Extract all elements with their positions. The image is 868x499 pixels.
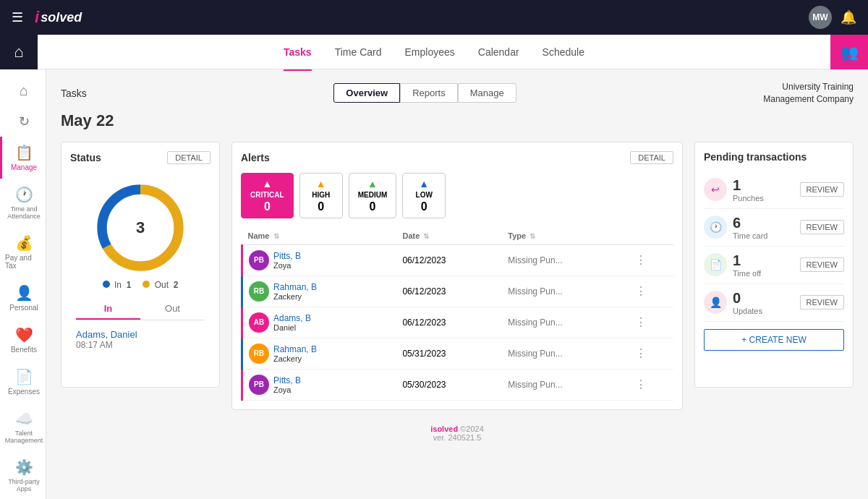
tasks-title: Tasks — [61, 88, 87, 99]
company-name: University Training Management Company — [763, 81, 854, 106]
top-bar-right: MW 🔔 — [809, 6, 856, 29]
status-detail-btn[interactable]: DETAIL — [167, 151, 210, 164]
nav-item-calendar[interactable]: Calendar — [478, 43, 519, 61]
create-new-btn[interactable]: + CREATE NEW — [704, 329, 844, 351]
row-name[interactable]: Adams, B — [273, 313, 311, 323]
tasks-header: Tasks Overview Reports Manage University… — [61, 81, 854, 106]
review-btn[interactable]: REVIEW — [800, 220, 844, 234]
pending-card: Pending transactions ↩ 1 Punches REVIEW … — [694, 142, 854, 388]
col-date: Date ⇅ — [396, 227, 502, 245]
sidebar-item-third-party-label: Third-party Apps — [5, 478, 43, 492]
nav-items: Tasks Time Card Employees Calendar Sched… — [284, 43, 584, 61]
tab-overview[interactable]: Overview — [333, 83, 400, 103]
alert-badge-medium[interactable]: ▲ MEDIUM 0 — [349, 173, 397, 218]
row-type: Missing Pun... — [502, 307, 629, 338]
hamburger-icon[interactable]: ☰ — [12, 9, 23, 25]
tab-reports[interactable]: Reports — [400, 83, 458, 103]
pay-tax-icon: 💰 — [15, 234, 33, 252]
name-cell: AB Adams, B Daniel — [242, 307, 397, 338]
footer: isolved ©2024 ver. 240521.5 — [61, 410, 854, 449]
row-subname: Zackery — [273, 354, 317, 363]
row-name[interactable]: Pitts, B — [273, 251, 301, 261]
tab-manage[interactable]: Manage — [458, 83, 516, 103]
row-subname: Zoya — [273, 261, 301, 270]
pending-item-count: 1 — [733, 252, 794, 269]
row-menu-cell: ⋮ — [629, 307, 673, 338]
table-row: PB Pitts, B Zoya 06/12/2023 Missing Pun.… — [242, 244, 674, 276]
sidebar-item-pay-tax[interactable]: 💰 Pay and Tax — [0, 227, 46, 277]
sidebar-item-time-attendance[interactable]: 🕐 Time and Attendance — [0, 179, 46, 227]
low-label: LOW — [416, 191, 433, 199]
secondary-nav-left: ⌂ — [0, 35, 38, 69]
in-tab[interactable]: In — [76, 299, 140, 320]
row-menu-icon[interactable]: ⋮ — [635, 285, 647, 297]
donut-container: 3 In 1 Out 2 In Out — [70, 173, 210, 364]
third-party-icon: ⚙️ — [15, 459, 33, 476]
sidebar-item-talent[interactable]: ☁️ Talent Management — [0, 403, 46, 451]
pending-item-label: Time card — [733, 231, 794, 240]
row-menu-icon[interactable]: ⋮ — [635, 347, 647, 359]
review-btn[interactable]: REVIEW — [800, 182, 844, 197]
pending-item: 👤 0 Updates REVIEW — [704, 284, 844, 322]
user-avatar[interactable]: MW — [809, 6, 832, 29]
sidebar-item-home[interactable]: ⌂ — [0, 75, 46, 106]
sidebar-item-talent-label: Talent Management — [5, 430, 43, 444]
pending-item-count: 6 — [733, 215, 794, 231]
out-label: Out — [155, 280, 169, 290]
date-sort-icon[interactable]: ⇅ — [423, 232, 429, 240]
review-btn[interactable]: REVIEW — [800, 295, 844, 310]
home-sidebar-icon: ⌂ — [20, 82, 28, 99]
legend-out: Out 2 — [142, 280, 178, 290]
users-icon-btn[interactable]: 👥 — [830, 35, 868, 69]
pending-item-info: 0 Updates — [733, 290, 794, 315]
bell-icon[interactable]: 🔔 — [841, 9, 856, 25]
alert-badge-low[interactable]: ▲ LOW 0 — [402, 173, 446, 218]
row-menu-icon[interactable]: ⋮ — [635, 254, 647, 266]
row-menu-icon[interactable]: ⋮ — [635, 378, 647, 391]
alerts-card: Alerts DETAIL ▲ CRITICAL 0 ▲ HIGH 0 ▲ ME… — [231, 142, 683, 410]
row-type: Missing Pun... — [502, 338, 629, 369]
review-btn[interactable]: REVIEW — [800, 257, 844, 272]
out-dot — [142, 281, 150, 288]
row-type: Missing Pun... — [502, 244, 629, 276]
sidebar-item-expenses[interactable]: 📄 Expenses — [0, 361, 46, 403]
critical-alert-icon: ▲ — [262, 178, 272, 189]
sidebar-item-third-party[interactable]: ⚙️ Third-party Apps — [0, 451, 46, 499]
refresh-icon: ↻ — [19, 114, 30, 129]
nav-item-schedule[interactable]: Schedule — [542, 43, 584, 61]
sidebar: ⌂ ↻ 📋 Manage 🕐 Time and Attendance 💰 Pay… — [0, 69, 46, 499]
sidebar-item-personal[interactable]: 👤 Personal — [0, 277, 46, 319]
pending-item-label: Time off — [733, 269, 794, 278]
sidebar-item-refresh[interactable]: ↻ — [0, 106, 46, 137]
nav-item-employees[interactable]: Employees — [405, 43, 455, 61]
row-name[interactable]: Pitts, B — [273, 375, 301, 385]
row-avatar: AB — [249, 312, 269, 333]
sidebar-item-benefits[interactable]: ❤️ Benefits — [0, 319, 46, 361]
sidebar-item-manage[interactable]: 📋 Manage — [0, 137, 46, 179]
row-name[interactable]: Rahman, B — [273, 344, 317, 354]
name-sort-icon[interactable]: ⇅ — [273, 232, 279, 240]
row-menu-cell: ⋮ — [629, 369, 673, 400]
row-name[interactable]: Rahman, B — [273, 282, 317, 292]
nav-item-tasks[interactable]: Tasks — [284, 43, 312, 61]
name-cell: RB Rahman, B Zackery — [242, 276, 397, 307]
home-icon-btn[interactable]: ⌂ — [0, 35, 38, 69]
footer-version: ver. 240521.5 — [433, 433, 482, 442]
tab-buttons: Overview Reports Manage — [333, 83, 516, 103]
sidebar-item-benefits-label: Benefits — [11, 346, 37, 354]
employee-time: 08:17 AM — [76, 340, 205, 350]
row-avatar: RB — [249, 344, 269, 364]
alert-badge-critical[interactable]: ▲ CRITICAL 0 — [241, 173, 294, 218]
nav-item-timecard[interactable]: Time Card — [335, 43, 382, 61]
alerts-detail-btn[interactable]: DETAIL — [630, 151, 673, 164]
type-sort-icon[interactable]: ⇅ — [529, 232, 535, 240]
employee-name[interactable]: Adams, Daniel — [76, 329, 205, 340]
pending-item-icon: 📄 — [704, 253, 727, 276]
medium-label: MEDIUM — [358, 191, 388, 199]
sidebar-item-pay-tax-label: Pay and Tax — [5, 254, 43, 270]
out-tab[interactable]: Out — [140, 299, 205, 320]
alert-badge-high[interactable]: ▲ HIGH 0 — [299, 173, 343, 218]
donut-chart: 3 — [97, 184, 184, 271]
low-count: 0 — [421, 200, 427, 213]
row-menu-icon[interactable]: ⋮ — [635, 316, 647, 328]
